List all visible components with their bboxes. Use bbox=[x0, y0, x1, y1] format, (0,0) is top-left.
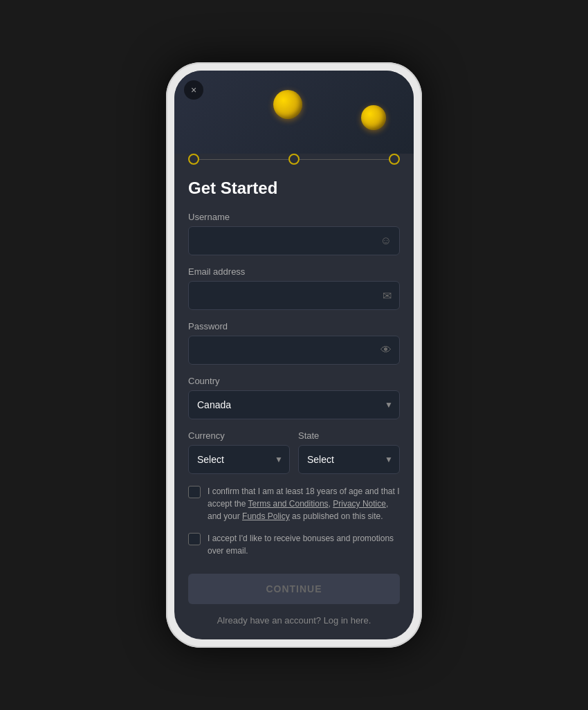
login-link[interactable]: Log in here. bbox=[324, 615, 371, 626]
email-icon: ✉ bbox=[383, 289, 392, 302]
coin-decoration-1 bbox=[273, 90, 302, 119]
state-select[interactable]: Select Ontario British Columbia Alberta bbox=[298, 445, 400, 474]
user-icon: ☺ bbox=[380, 235, 392, 247]
login-link-area: Already have an account? Log in here. bbox=[188, 615, 400, 626]
promotions-checkbox-group: I accept I'd like to receive bonuses and… bbox=[188, 532, 400, 557]
email-group: Email address ✉ bbox=[188, 266, 400, 310]
state-label: State bbox=[298, 430, 400, 441]
email-label: Email address bbox=[188, 266, 400, 277]
state-group: State Select Ontario British Columbia Al… bbox=[298, 430, 400, 474]
password-input-wrapper: 👁 bbox=[188, 336, 400, 365]
close-button[interactable]: × bbox=[184, 80, 203, 100]
step-line-1 bbox=[199, 159, 288, 160]
email-input[interactable] bbox=[188, 281, 400, 310]
step-1-circle bbox=[188, 154, 199, 165]
password-label: Password bbox=[188, 321, 400, 331]
currency-label: Currency bbox=[188, 430, 290, 441]
modal-content: Get Started Username ☺ Email address ✉ bbox=[174, 147, 414, 639]
terms-checkbox-label: I confirm that I am at least 18 years of… bbox=[208, 485, 400, 522]
step-3-circle bbox=[389, 154, 400, 165]
step-2-circle bbox=[288, 154, 300, 165]
state-select-wrapper: Select Ontario British Columbia Alberta … bbox=[298, 445, 400, 474]
currency-state-row: Currency Select USD CAD EUR ▼ State bbox=[188, 430, 400, 485]
privacy-link[interactable]: Privacy Notice bbox=[333, 499, 386, 509]
email-input-wrapper: ✉ bbox=[188, 281, 400, 310]
phone-frame: × Get Started Username ☺ bbox=[166, 62, 422, 648]
username-label: Username bbox=[188, 212, 400, 222]
promotions-checkbox-label: I accept I'd like to receive bonuses and… bbox=[208, 532, 400, 557]
promotions-checkbox[interactable] bbox=[188, 533, 201, 545]
funds-link[interactable]: Funds Policy bbox=[242, 511, 290, 521]
terms-link[interactable]: Terms and Conditions bbox=[248, 499, 329, 509]
password-group: Password 👁 bbox=[188, 321, 400, 365]
password-input[interactable] bbox=[188, 336, 400, 365]
country-label: Country bbox=[188, 376, 400, 386]
username-group: Username ☺ bbox=[188, 212, 400, 255]
terms-checkbox-group: I confirm that I am at least 18 years of… bbox=[188, 485, 400, 522]
eye-icon[interactable]: 👁 bbox=[380, 344, 392, 356]
currency-group: Currency Select USD CAD EUR ▼ bbox=[188, 430, 290, 474]
username-input[interactable] bbox=[188, 226, 400, 255]
country-select-wrapper: Canada United States United Kingdom Aust… bbox=[188, 390, 400, 419]
coin-decoration-2 bbox=[361, 105, 386, 130]
country-select[interactable]: Canada United States United Kingdom Aust… bbox=[188, 390, 400, 419]
continue-button[interactable]: CONTINUE bbox=[188, 574, 400, 604]
phone-screen: × Get Started Username ☺ bbox=[174, 71, 414, 639]
step-line-2 bbox=[300, 159, 389, 160]
username-input-wrapper: ☺ bbox=[188, 226, 400, 255]
stepper bbox=[188, 147, 400, 165]
page-title: Get Started bbox=[188, 179, 400, 198]
currency-select[interactable]: Select USD CAD EUR bbox=[188, 445, 290, 474]
login-text: Already have an account? bbox=[217, 615, 324, 626]
terms-checkbox[interactable] bbox=[188, 486, 201, 498]
country-group: Country Canada United States United King… bbox=[188, 376, 400, 419]
currency-select-wrapper: Select USD CAD EUR ▼ bbox=[188, 445, 290, 474]
header-bg bbox=[174, 71, 414, 154]
